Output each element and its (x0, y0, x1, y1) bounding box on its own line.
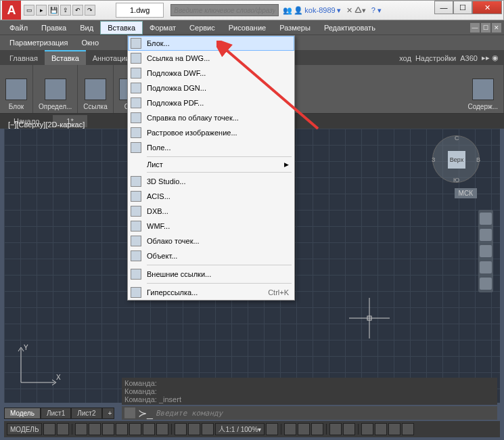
doc-restore-icon[interactable]: ☐ (481, 23, 490, 32)
qat-new-icon[interactable]: ▭ (24, 5, 35, 16)
ribbon-more-icon[interactable]: ▸▸ ◉ (482, 53, 499, 62)
doc-close-icon[interactable]: ✕ (492, 23, 501, 32)
menu-item-raster-image[interactable]: Растровое изображение... (128, 125, 294, 140)
command-line[interactable]: ≻_ Введите команду (122, 406, 497, 420)
nav-orbit-icon[interactable] (480, 261, 492, 273)
maximize-button[interactable]: ☐ (453, 1, 472, 14)
sb-snap-icon[interactable] (57, 423, 69, 435)
app-logo[interactable]: A (2, 1, 21, 20)
sb-transparency-icon[interactable] (188, 423, 200, 435)
sb-otrack-icon[interactable] (156, 423, 168, 435)
viewcube-top-face[interactable]: Верх (448, 151, 465, 169)
help-icon[interactable]: ? ▾ (371, 6, 382, 15)
sb-gear-icon[interactable] (266, 423, 278, 435)
search-input[interactable] (170, 4, 279, 16)
menu-item-dwf-underlay[interactable]: Подложка DWF... (128, 66, 294, 81)
menu-service[interactable]: Сервис (183, 22, 222, 34)
menu-item-wmf[interactable]: WMF... (128, 219, 294, 234)
sb-annotation-icon[interactable] (298, 423, 310, 435)
menu-item-3dstudio[interactable]: 3D Studio... (128, 174, 294, 189)
username: kok-8989 (304, 6, 335, 14)
menu-item-layout[interactable]: Лист▶ (128, 158, 294, 171)
ribbon-tab-addins[interactable]: Надстройки (415, 54, 456, 62)
sb-clean-icon[interactable] (388, 423, 400, 435)
menu-draw[interactable]: Рисование (222, 22, 273, 34)
ribbon-partial-1[interactable]: ход (399, 54, 411, 62)
qat-redo-icon[interactable]: ↷ (85, 5, 95, 16)
sb-constraint-icon[interactable] (75, 423, 87, 435)
ucs-icon[interactable]: X Y (14, 342, 62, 389)
sb-workspace-icon[interactable] (284, 423, 296, 435)
menu-modify[interactable]: Редактировать (317, 22, 382, 34)
menu-parametric[interactable]: Параметризация (3, 37, 74, 49)
menu-window[interactable]: Окно (74, 37, 106, 49)
sb-cycle-icon[interactable] (202, 423, 214, 435)
menu-item-field[interactable]: Поле... (128, 140, 294, 155)
menu-item-pointcloud[interactable]: Облако точек... (128, 234, 294, 248)
nav-showmotion-icon[interactable] (480, 278, 492, 290)
sb-iso-icon[interactable] (116, 423, 128, 435)
ribbon-panel-block[interactable]: Блок (0, 65, 33, 113)
menu-item-dwg-ref[interactable]: Ссылка на DWG... (128, 51, 294, 66)
viewcube[interactable]: Верх С Ю В З (432, 135, 480, 183)
nav-pan-icon[interactable] (480, 229, 492, 241)
tab-layout2[interactable]: Лист2 (71, 408, 101, 419)
sb-menu-icon[interactable] (402, 423, 414, 435)
close-button[interactable]: ✕ (472, 1, 502, 14)
tab-layout1[interactable]: Лист1 (41, 408, 71, 419)
menu-item-dgn-underlay[interactable]: Подложка DGN... (128, 81, 294, 95)
dwg-ref-icon (131, 53, 141, 64)
ribbon-panel-xref[interactable]: Ссылка (78, 65, 113, 113)
tab-add[interactable]: + (102, 408, 114, 419)
menu-edit[interactable]: Правка (35, 22, 73, 34)
nav-wheel-icon[interactable] (480, 213, 492, 225)
ribbon-panel-content[interactable]: Содерж... (462, 65, 504, 113)
menu-item-pointcloud-ref[interactable]: Справка по облаку точек... (128, 110, 294, 125)
sb-model-button[interactable]: МОДЕЛЬ (7, 423, 42, 435)
ribbon-tab-home[interactable]: Главная (3, 51, 45, 65)
sb-grid-icon[interactable] (43, 423, 55, 435)
menu-item-acis[interactable]: ACIS... (128, 189, 294, 204)
minimize-button[interactable]: — (434, 1, 453, 14)
menu-item-object[interactable]: Объект... (128, 248, 294, 263)
menu-item-dxb[interactable]: DXB... (128, 204, 294, 219)
menu-insert[interactable]: Вставка (100, 21, 143, 35)
sb-quickprops-icon[interactable] (329, 423, 342, 435)
menu-dimensions[interactable]: Размеры (273, 22, 317, 34)
ribbon-panel-define[interactable]: Определ... (33, 65, 78, 113)
qat-undo-icon[interactable]: ↶ (72, 5, 83, 16)
menu-file[interactable]: Файл (3, 22, 35, 34)
user-account[interactable]: 👥 👤 kok-8989 ▾ (283, 6, 340, 15)
menu-item-external-refs[interactable]: Внешние ссылки... (128, 267, 294, 282)
sb-3dosnap-icon[interactable] (143, 423, 155, 435)
viewport-label[interactable]: [−][Сверху][2D-каркас] (8, 120, 85, 129)
nav-zoom-icon[interactable] (480, 245, 492, 257)
sb-hardware-icon[interactable] (361, 423, 373, 435)
sb-isolate-icon[interactable] (375, 423, 387, 435)
sb-polar-icon[interactable] (102, 423, 114, 435)
sb-scale[interactable]: 人 1:1 / 100% ▾ (215, 423, 265, 435)
viewcube-east[interactable]: В (476, 156, 480, 163)
viewcube-coord-sys[interactable]: МСК (455, 188, 477, 198)
sb-lineweight-icon[interactable] (175, 423, 187, 435)
qat-open-icon[interactable]: ▸ (36, 5, 47, 16)
qat-save-icon[interactable]: 💾 (48, 5, 59, 16)
doc-minimize-icon[interactable]: — (470, 23, 480, 32)
sb-osnap-icon[interactable] (129, 423, 141, 435)
menu-item-hyperlink[interactable]: Гиперссылка...Ctrl+K (128, 285, 294, 300)
sb-lock-icon[interactable] (343, 423, 355, 435)
sb-units-icon[interactable] (311, 423, 323, 435)
viewcube-north[interactable]: С (455, 135, 459, 141)
menu-format[interactable]: Формат (143, 22, 183, 34)
exchange-icon[interactable]: ✕ 🛆▾ (346, 6, 366, 15)
sb-ortho-icon[interactable] (89, 423, 101, 435)
ribbon-tab-insert[interactable]: Вставка (45, 50, 86, 65)
qat-saveas-icon[interactable]: ⇪ (60, 5, 71, 16)
menu-view[interactable]: Вид (73, 22, 100, 34)
menu-item-pdf-underlay[interactable]: Подложка PDF... (128, 95, 294, 110)
viewcube-south[interactable]: Ю (453, 177, 459, 183)
ribbon-tab-a360[interactable]: A360 (460, 54, 478, 62)
viewcube-west[interactable]: З (432, 156, 435, 163)
menu-item-block[interactable]: Блок... (128, 36, 294, 51)
tab-model[interactable]: Модель (4, 408, 41, 419)
